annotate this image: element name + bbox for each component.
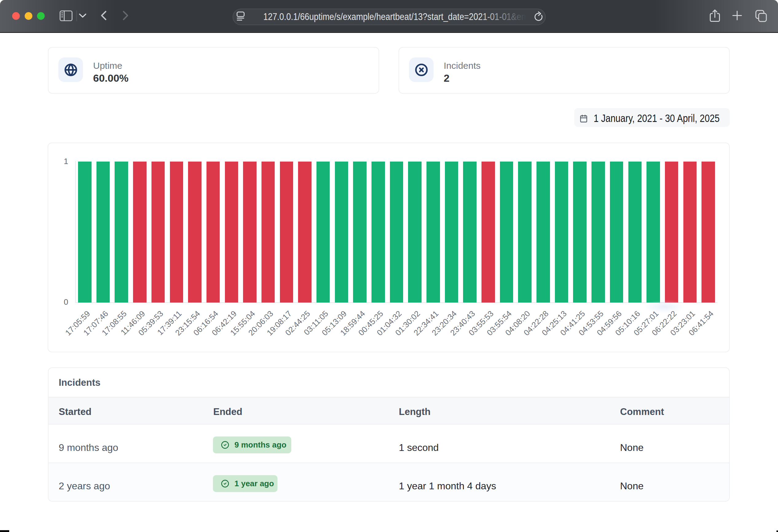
svg-text:1 January, 2021 - 30 April, 20: 1 January, 2021 - 30 April, 2025 <box>594 112 720 124</box>
